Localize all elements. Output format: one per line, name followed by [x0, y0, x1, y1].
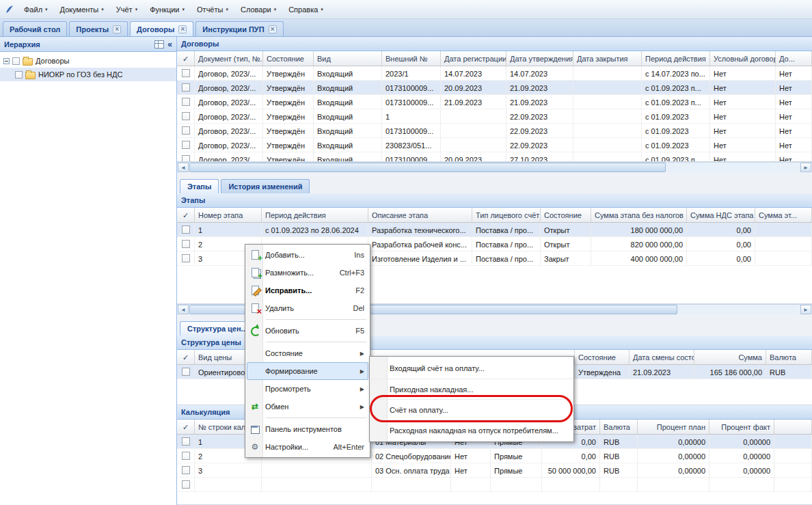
column-header[interactable]: Период действия	[642, 51, 710, 66]
submenu-item-outgoing-waybill[interactable]: Расходная накладная на отпуск потребител…	[371, 420, 572, 440]
menu-item-generate[interactable]: Формирование▶	[247, 362, 368, 380]
column-header[interactable]: Документ (тип, №...	[195, 51, 263, 66]
row-checkbox[interactable]	[182, 112, 190, 120]
tree-checkbox[interactable]	[15, 71, 23, 79]
scroll-right-icon[interactable]: ►	[800, 305, 811, 314]
scroll-left-icon[interactable]: ◄	[178, 163, 189, 172]
menu-dictionaries[interactable]: Словари▾	[234, 2, 282, 17]
row-checkbox[interactable]	[182, 254, 190, 262]
column-header[interactable]: Вид	[314, 51, 382, 66]
submenu-item-incoming-payment-invoice[interactable]: Входящий счёт на оплату...	[371, 358, 572, 379]
table-row[interactable]: 303 Осн. оплата трудаНетПрямые50 000 000…	[177, 463, 812, 478]
tab-price-structure[interactable]: Структура цен...	[180, 321, 255, 336]
column-header[interactable]: Тип лицевого счёт	[472, 208, 541, 222]
menu-item-edit[interactable]: Исправить...F2	[247, 282, 368, 299]
row-checkbox[interactable]	[182, 226, 190, 234]
table-row[interactable]: Договор, 2023/...УтверждёнВходящий017310…	[177, 81, 812, 95]
collapse-node-icon[interactable]	[3, 58, 10, 64]
menu-reports[interactable]: Отчёты▾	[191, 2, 234, 17]
tree-node-label[interactable]: НИОКР по ГОЗ без НДС	[38, 70, 122, 79]
column-header[interactable]: Номер этапа	[195, 208, 262, 222]
menu-file[interactable]: Файл▾	[18, 2, 54, 17]
column-header[interactable]: Дата закрытия	[573, 51, 642, 66]
table-row[interactable]: Договор, 2023/...УтверждёнВходящий017310…	[177, 124, 812, 138]
scrollbar-thumb[interactable]	[189, 163, 666, 172]
table-row[interactable]: Договор, 2023/...УтверждёнВходящий017310…	[177, 152, 812, 162]
column-header[interactable]: Дата регистрации	[441, 51, 506, 66]
tab-history[interactable]: История изменений	[221, 179, 310, 193]
view-settings-icon[interactable]	[154, 40, 164, 49]
column-header[interactable]	[774, 420, 812, 434]
submenu-item-incoming-waybill[interactable]: Приходная накладная...	[371, 379, 572, 399]
column-header[interactable]: Сумма этапа без налогов	[591, 208, 687, 222]
row-checkbox[interactable]	[182, 368, 190, 376]
menu-item-add[interactable]: Добавить...Ins	[247, 246, 368, 264]
column-header[interactable]: ✓	[177, 51, 195, 66]
menu-item-refresh[interactable]: ОбновитьF5	[247, 322, 368, 340]
row-checkbox[interactable]	[182, 83, 190, 92]
row-checkbox[interactable]	[182, 155, 190, 162]
column-header[interactable]: До...	[776, 51, 812, 66]
column-header[interactable]: Процент план	[638, 420, 709, 434]
row-checkbox[interactable]	[182, 69, 190, 77]
tab-projects[interactable]: Проекты×	[69, 21, 128, 36]
menu-item-exchange[interactable]: ⇄Обмен▶	[247, 398, 368, 415]
column-header[interactable]: Состояние	[575, 350, 630, 364]
row-checkbox[interactable]	[182, 141, 190, 149]
table-row[interactable]: Договор, 2023/...УтверждёнВходящий122.09…	[177, 109, 812, 124]
column-header[interactable]: ✓	[177, 420, 195, 434]
scroll-left-icon[interactable]: ◄	[178, 305, 189, 314]
close-tab-icon[interactable]: ×	[269, 25, 277, 33]
row-checkbox[interactable]	[182, 240, 190, 248]
column-header[interactable]: Состояние	[541, 208, 591, 222]
column-header[interactable]: ✓	[177, 208, 195, 222]
tree-node-niokr[interactable]: НИОКР по ГОЗ без НДС	[0, 68, 176, 81]
column-header[interactable]: Сумма НДС этапа	[687, 208, 755, 222]
row-checkbox[interactable]	[182, 452, 190, 460]
menu-documents[interactable]: Документы▾	[54, 2, 110, 17]
scroll-right-icon[interactable]: ►	[800, 163, 811, 172]
menu-item-delete[interactable]: УдалитьDel	[247, 299, 368, 317]
column-header[interactable]: ✓	[177, 350, 195, 364]
tab-desktop[interactable]: Рабочий стол	[3, 21, 67, 36]
menu-item-settings[interactable]: ⚙Настройки...Alt+Enter	[247, 438, 368, 456]
tab-contracts[interactable]: Договоры×	[130, 21, 193, 36]
column-header[interactable]: Внешний №	[382, 51, 441, 66]
row-checkbox[interactable]	[182, 126, 190, 135]
row-checkbox[interactable]	[182, 466, 190, 474]
row-checkbox[interactable]	[182, 437, 190, 446]
menu-help[interactable]: Справка▾	[282, 2, 329, 17]
table-row[interactable]: Договор, 2023/...УтверждёнВходящий017310…	[177, 95, 812, 109]
column-header[interactable]: Валюта	[600, 420, 638, 434]
tree-node-label[interactable]: Договоры	[36, 57, 69, 65]
column-header[interactable]: Условный договор	[710, 51, 776, 66]
menu-item-duplicate[interactable]: Размножить...Ctrl+F3	[247, 264, 368, 282]
column-header[interactable]: Сумма	[694, 350, 766, 364]
tree-checkbox[interactable]	[12, 57, 20, 65]
table-row[interactable]	[177, 478, 812, 492]
submenu-item-payment-invoice[interactable]: Счёт на оплату...	[371, 399, 572, 420]
column-header[interactable]: Процент факт	[709, 420, 774, 434]
column-header[interactable]: Дата смены состо...	[630, 350, 694, 364]
menu-functions[interactable]: Функции▾	[144, 2, 191, 17]
contracts-hscrollbar[interactable]: ◄ ►	[177, 162, 812, 172]
tab-stages[interactable]: Этапы	[180, 179, 219, 193]
collapse-panel-icon[interactable]: «	[167, 40, 172, 49]
menu-accounting[interactable]: Учёт▾	[110, 2, 144, 17]
menu-item-state[interactable]: Состояние▶	[247, 344, 368, 362]
column-header[interactable]: Состояние	[263, 51, 314, 66]
table-row[interactable]: 1с 01.09.2023 по 28.06.2024Разработка те…	[177, 223, 812, 237]
table-row[interactable]: Договор, 2023/...УтверждёнВходящий230823…	[177, 138, 812, 152]
close-tab-icon[interactable]: ×	[178, 25, 187, 33]
row-checkbox[interactable]	[182, 98, 190, 106]
tab-pup-instructions[interactable]: Инструкции ПУП×	[195, 21, 283, 36]
close-tab-icon[interactable]: ×	[113, 25, 121, 33]
menu-item-view[interactable]: Просмотреть▶	[247, 380, 368, 398]
column-header[interactable]: Сумма эт...	[755, 208, 812, 222]
column-header[interactable]: Валюта	[766, 350, 812, 364]
menu-item-toolbar[interactable]: Панель инструментов	[247, 420, 368, 438]
column-header[interactable]: Период действия	[262, 208, 368, 222]
row-checkbox[interactable]	[182, 480, 190, 489]
scrollbar-track[interactable]	[189, 163, 800, 172]
table-row[interactable]: Договор, 2023/...УтверждёнВходящий2023/1…	[177, 66, 812, 81]
